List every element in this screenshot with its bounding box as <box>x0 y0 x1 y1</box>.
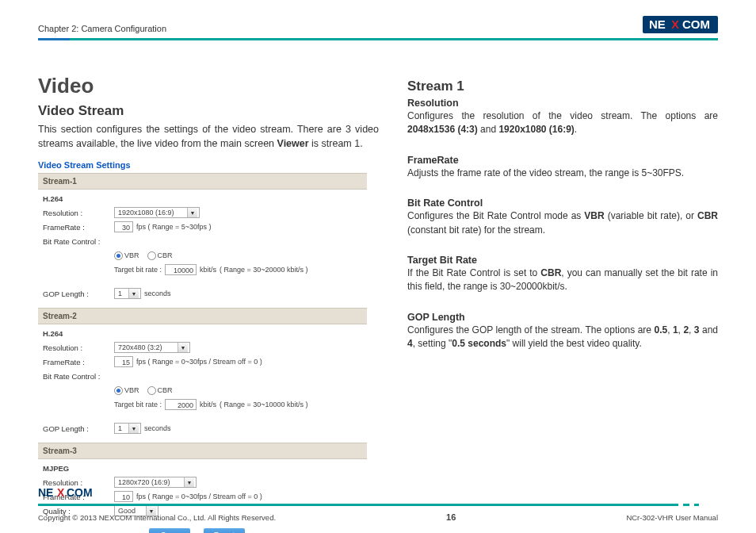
video-stream-settings-panel: Video Stream Settings Stream-1 H.264 Res… <box>38 159 367 533</box>
svg-text:X: X <box>57 486 65 499</box>
stream2-target-input[interactable]: 2000 <box>165 399 197 410</box>
brand-logo-footer: NE X COM <box>38 485 100 500</box>
stream3-resolution-select[interactable]: 1280x720 (16:9)▼ <box>114 477 197 488</box>
stream1-gop-select[interactable]: 1▼ <box>114 288 141 299</box>
chapter-label: Chapter 2: Camera Configuration <box>38 24 166 33</box>
stream3-codec: MJPEG <box>43 464 362 473</box>
framerate-text: Adjusts the frame rate of the video stre… <box>407 167 718 180</box>
page-title: Video <box>38 74 379 98</box>
label-bitrate: Bit Rate Control : <box>43 237 114 246</box>
svg-text:X: X <box>671 17 679 31</box>
stream2-gop-select[interactable]: 1▼ <box>114 423 141 434</box>
stream2-codec: H.264 <box>43 329 362 338</box>
label-target: Target bit rate : <box>114 266 162 274</box>
gop-heading: GOP Length <box>407 312 718 323</box>
footer-rule <box>38 504 718 506</box>
stream1-cbr-radio[interactable] <box>147 251 156 260</box>
stream3-header: Stream-3 <box>38 443 367 459</box>
stream2-vbr-radio[interactable] <box>114 386 123 395</box>
resolution-text: Configures the resolution of the video s… <box>407 109 718 137</box>
chevron-down-icon: ▼ <box>128 424 139 433</box>
intro-paragraph: This section configures the settings of … <box>38 122 379 151</box>
stream1-resolution-select[interactable]: 1920x1080 (16:9)▼ <box>114 207 200 218</box>
reset-button[interactable]: Reset <box>204 528 245 533</box>
stream2-cbr-radio[interactable] <box>147 386 156 395</box>
svg-text:COM: COM <box>67 486 93 499</box>
save-button[interactable]: Save <box>149 528 190 533</box>
target-bitrate-text: If the Bit Rate Control is set to CBR, y… <box>407 266 718 294</box>
header-rule <box>38 38 718 40</box>
target-bitrate-heading: Target Bit Rate <box>407 255 718 266</box>
svg-text:NE: NE <box>649 17 666 31</box>
bitrate-heading: Bit Rate Control <box>407 197 718 209</box>
page-number: 16 <box>446 512 456 522</box>
label-framerate: FrameRate : <box>43 223 114 232</box>
stream1-target-input[interactable]: 10000 <box>165 264 197 275</box>
stream1-vbr-radio[interactable] <box>114 251 123 260</box>
chevron-down-icon: ▼ <box>184 477 194 487</box>
label-resolution: Resolution : <box>43 209 114 217</box>
svg-text:NE: NE <box>38 486 53 499</box>
document-id: NCr-302-VHR User Manual <box>626 513 718 522</box>
svg-text:COM: COM <box>682 17 710 31</box>
resolution-heading: Resolution <box>407 98 718 109</box>
framerate-heading: FrameRate <box>407 155 718 166</box>
stream1-fps-input[interactable]: 30 <box>114 221 133 232</box>
brand-logo: NE X COM <box>643 16 718 33</box>
stream3-fps-input[interactable]: 10 <box>114 491 133 502</box>
bitrate-text: Configures the Bit Rate Control mode as … <box>407 209 718 237</box>
stream2-resolution-select[interactable]: 720x480 (3:2)▼ <box>114 342 190 353</box>
stream1-fps-note: fps ( Range = 5~30fps ) <box>136 223 212 231</box>
label-gop: GOP Length : <box>43 290 114 298</box>
chevron-down-icon: ▼ <box>187 208 197 217</box>
stream1-header: Stream-1 <box>38 173 367 190</box>
stream2-fps-input[interactable]: 15 <box>114 356 133 367</box>
gop-text: Configures the GOP length of the stream.… <box>407 324 718 351</box>
chevron-down-icon: ▼ <box>128 289 139 298</box>
chevron-down-icon: ▼ <box>178 343 188 352</box>
copyright-text: Copyright © 2013 NEXCOM International Co… <box>38 513 276 522</box>
stream1-target-note: ( Range = 30~20000 kbit/s ) <box>220 266 308 274</box>
panel-title: Video Stream Settings <box>38 159 367 173</box>
stream2-header: Stream-2 <box>38 308 367 324</box>
section-heading: Video Stream <box>38 103 379 119</box>
stream1-heading: Stream 1 <box>407 79 718 94</box>
stream1-codec: H.264 <box>43 194 362 203</box>
